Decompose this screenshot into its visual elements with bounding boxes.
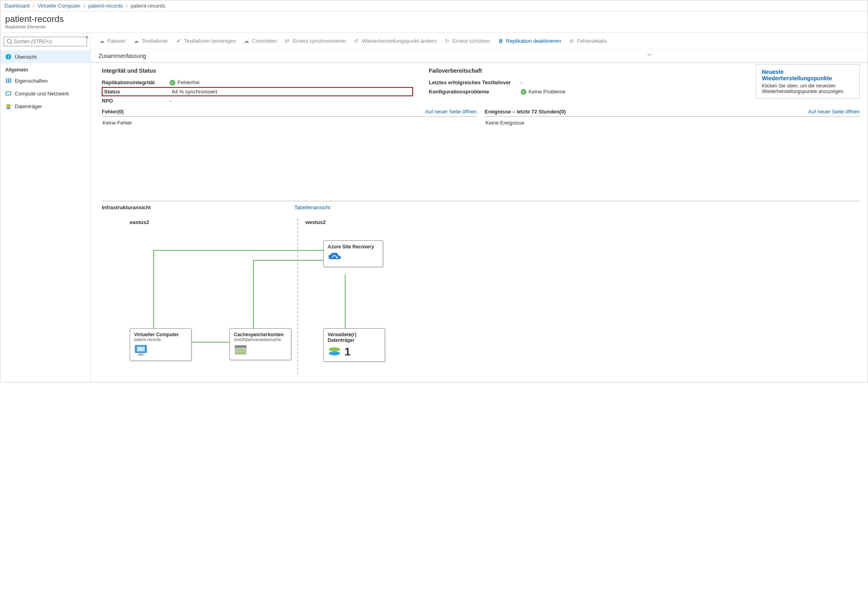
trash-icon: 🗑 [497, 38, 504, 44]
svg-rect-6 [10, 78, 11, 83]
svg-text:i: i [8, 54, 9, 59]
cloud-icon: ☁ [99, 38, 105, 44]
table-view-link[interactable]: Tabellenansicht [295, 204, 330, 210]
errors-body: Keine Fehler [102, 117, 477, 129]
events-body: Keine Ereignisse [485, 117, 860, 129]
recovery-points-box[interactable]: Neueste Wiederherstellungspunkte Klicken… [756, 64, 860, 99]
errors-open-link[interactable]: Auf neuer Seite öffnen [425, 109, 477, 115]
recovery-points-link[interactable]: Neueste Wiederherstellungspunkte [762, 69, 854, 81]
sidebar-item-label: Datenträger [15, 103, 42, 109]
svg-rect-19 [139, 354, 143, 355]
infra-view-title: Infrastrukturansicht [102, 204, 151, 210]
shield-icon: ↻ [444, 38, 450, 44]
compute-icon [5, 90, 12, 97]
breadcrumb: Dashboard › Virtuelle Computer › patient… [0, 0, 868, 12]
cloud-sync-icon [328, 252, 379, 264]
change-rp-button: ↺Wiederherstellungspunkt ändern [353, 38, 437, 44]
commit-button: ☁Committen [243, 38, 277, 44]
rpo-value: - [170, 98, 171, 104]
svg-point-10 [6, 106, 11, 107]
disk-count: 1 [344, 345, 351, 358]
page-subtitle: Replizierte Elemente [5, 24, 863, 29]
main-content: ☁Failover ☁Testfailover ✔Testfailover be… [91, 33, 868, 382]
node-cache[interactable]: Cachespeicherkonten smd3hjlamnavaulasrca… [229, 328, 291, 360]
svg-point-11 [6, 107, 11, 109]
chevron-double-down-icon[interactable]: ︾ [647, 52, 652, 59]
recovery-points-text: Klicken Sie oben, um die neuesten Wieder… [762, 83, 854, 94]
status-row-highlighted: Status 64 % synchronisiert [102, 87, 413, 96]
node-title: Virtueller Computer [134, 332, 187, 337]
toolbar: ☁Failover ☁Testfailover ✔Testfailover be… [91, 33, 868, 49]
resync-button: ⇄Erneut synchronisieren [284, 38, 346, 44]
sidebar-item-disks[interactable]: Datenträger [0, 100, 90, 113]
sidebar-item-compute[interactable]: Compute und Netzwerk [0, 87, 90, 100]
search-box[interactable] [4, 37, 87, 46]
disk-stack-icon: 1 [328, 345, 381, 358]
node-vm[interactable]: Virtueller Computer patient-records [130, 328, 192, 361]
sidebar-item-overview[interactable]: i Übersicht [0, 50, 90, 63]
svg-rect-25 [236, 352, 245, 353]
page-title: patient-records [5, 14, 863, 24]
failover-button: ☁Failover [99, 38, 126, 44]
rpo-label: RPO [102, 98, 170, 104]
svg-rect-8 [6, 92, 10, 95]
sidebar-item-label: Eigenschaften [15, 78, 47, 84]
repl-integrity-value: ✔Fehlerfrei [170, 79, 200, 85]
disable-replication-button[interactable]: 🗑Replikation deaktivieren [497, 38, 561, 44]
events-title: Ereignisse – letzte 72 Stunden(0) [485, 109, 566, 115]
svg-rect-4 [6, 78, 7, 83]
events-open-link[interactable]: Auf neuer Seite öffnen [808, 109, 860, 115]
last-testfo-value: - [521, 79, 522, 85]
cloud-icon: ☁ [243, 38, 249, 44]
sidebar-item-label: Übersicht [15, 54, 37, 60]
breadcrumb-link[interactable]: Virtuelle Computer [38, 3, 80, 9]
page-header: patient-records Replizierte Elemente [0, 12, 868, 33]
ok-icon: ✔ [521, 89, 526, 95]
svg-point-9 [6, 104, 11, 106]
disk-icon [5, 103, 12, 109]
search-icon [6, 38, 13, 45]
svg-line-1 [11, 43, 12, 44]
cloud-icon: ☁ [133, 38, 139, 44]
breadcrumb-current: patient-records [131, 3, 166, 9]
config-issues-label: Konfigurationsprobleme [429, 89, 521, 95]
status-value: 64 % synchronisiert [172, 89, 217, 95]
svg-rect-24 [236, 349, 245, 351]
region-label-left: eastus2 [130, 219, 149, 225]
breadcrumb-link[interactable]: Dashboard [4, 3, 30, 9]
node-title: Azure Site Recovery [328, 244, 379, 250]
vm-icon [134, 344, 187, 357]
sync-icon: ⇄ [284, 38, 291, 44]
info-icon: i [5, 54, 12, 60]
search-input[interactable] [13, 38, 84, 45]
svg-rect-23 [235, 345, 246, 348]
region-divider [297, 218, 298, 374]
failover-readiness-heading: Failoverbereitschaft [429, 67, 740, 74]
infrastructure-diagram: eastus2 westus2 Azure Site Recovery [102, 214, 860, 374]
node-subtitle: patient-records [134, 337, 187, 342]
errors-title: Fehler(0) [102, 109, 124, 115]
collapse-sidebar-icon[interactable]: « [85, 34, 89, 40]
testfailover-button: ☁Testfailover [133, 38, 168, 44]
node-managed-disk[interactable]: Verwaltete(r) Datenträger 1 [323, 328, 385, 362]
breadcrumb-link[interactable]: patient-records [88, 3, 123, 9]
svg-rect-5 [8, 78, 9, 83]
ok-icon: ✔ [170, 80, 175, 85]
svg-point-0 [7, 39, 11, 43]
history-icon: ↺ [353, 38, 360, 44]
sidebar-item-properties[interactable]: Eigenschaften [0, 74, 90, 87]
node-asr[interactable]: Azure Site Recovery [323, 240, 383, 267]
sidebar: « i Übersicht Allgemein Eigenschaften Co… [0, 33, 91, 382]
svg-rect-20 [137, 355, 144, 356]
check-icon: ✔ [175, 38, 182, 44]
node-title: Verwaltete(r) Datenträger [328, 332, 381, 343]
config-issues-value: ✔Keine Probleme [521, 89, 566, 95]
status-label: Status [104, 89, 172, 95]
summary-header: Zusammenfassung ︾ [91, 49, 868, 63]
node-subtitle: smd3hjlamnavaulasrcache [234, 337, 287, 342]
sidebar-group-label: Allgemein [0, 63, 90, 74]
sidebar-item-label: Compute und Netzwerk [15, 91, 69, 97]
region-label-right: westus2 [305, 219, 326, 225]
svg-point-15 [329, 347, 340, 351]
properties-icon [5, 77, 12, 84]
